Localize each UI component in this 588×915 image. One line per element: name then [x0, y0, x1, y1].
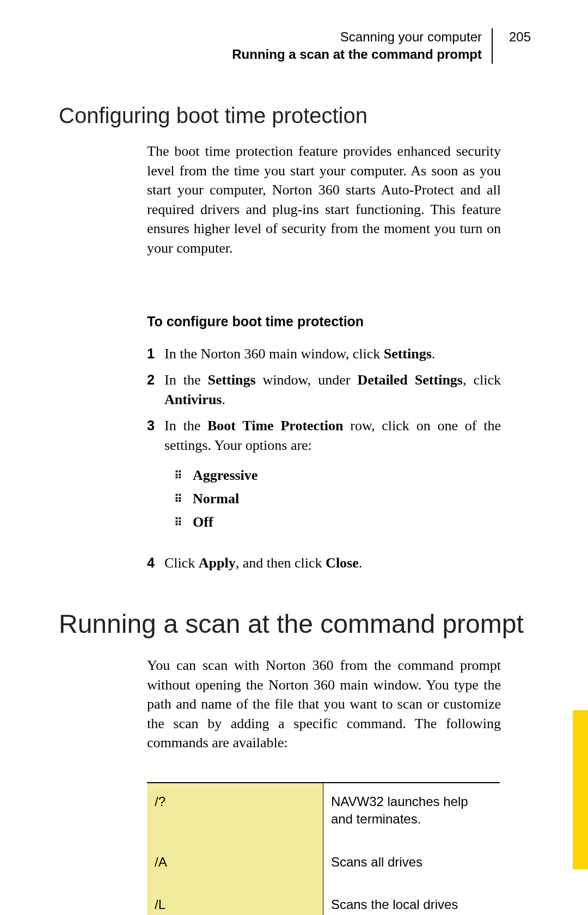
step-number: 2 [147, 370, 155, 389]
step-1: 1 In the Norton 360 main window, click S… [147, 344, 501, 364]
option-off: ⠿Off [174, 511, 501, 534]
header-section: Running a scan at the command prompt [232, 46, 493, 63]
step-4: 4 Click Apply, and then click Close. [147, 553, 501, 573]
description-cell: NAVW32 launches help and terminates. [323, 783, 500, 844]
command-cell: /L [147, 886, 323, 915]
running-header: Scanning your computer Running a scan at… [232, 28, 493, 64]
command-cell: /? [147, 783, 323, 844]
step-text: Click Apply, and then click Close. [164, 553, 501, 573]
description-cell: Scans all drives [323, 844, 500, 886]
description-cell: Scans the local drives [323, 886, 500, 915]
step-3-options: ⠿Aggressive ⠿Normal ⠿Off [174, 464, 501, 534]
section1-intro: The boot time protection feature provide… [147, 142, 501, 258]
heading-configuring-boot-time: Configuring boot time protection [59, 103, 367, 128]
option-aggressive: ⠿Aggressive [174, 464, 501, 487]
bullet-icon: ⠿ [174, 490, 193, 508]
page-number: 205 [509, 28, 531, 46]
command-table: /? NAVW32 launches help and terminates. … [147, 782, 500, 915]
option-normal: ⠿Normal [174, 487, 501, 511]
command-cell: /A [147, 844, 323, 886]
section2-intro: You can scan with Norton 360 from the co… [147, 656, 501, 753]
step-number: 1 [147, 344, 155, 363]
step-3: 3 In the Boot Time Protection row, click… [147, 416, 501, 456]
table-row: /A Scans all drives [147, 844, 500, 886]
step-text: In the Norton 360 main window, click Set… [164, 344, 501, 364]
bullet-icon: ⠿ [174, 514, 193, 532]
step-text: In the Boot Time Protection row, click o… [164, 416, 501, 456]
table-row: /L Scans the local drives [147, 886, 500, 915]
table-row: /? NAVW32 launches help and terminates. [147, 783, 500, 844]
thumb-tab [573, 710, 588, 869]
bullet-icon: ⠿ [174, 467, 193, 485]
procedure-title: To configure boot time protection [147, 314, 364, 330]
header-chapter: Scanning your computer [340, 29, 482, 44]
step-2: 2 In the Settings window, under Detailed… [147, 370, 501, 410]
step-number: 3 [147, 416, 155, 435]
heading-running-scan-cmd: Running a scan at the command prompt [59, 609, 524, 639]
step-text: In the Settings window, under Detailed S… [164, 370, 501, 410]
step-number: 4 [147, 553, 155, 572]
